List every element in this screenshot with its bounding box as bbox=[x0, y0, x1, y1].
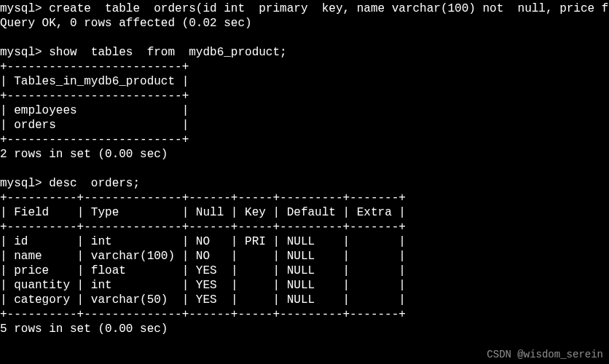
table-row: employees bbox=[14, 104, 76, 117]
cell-field: id bbox=[14, 235, 28, 248]
cell-key: PRI bbox=[245, 235, 266, 248]
cell-null: YES bbox=[196, 279, 217, 292]
cell-type: float bbox=[91, 264, 126, 277]
sql-desc: desc orders; bbox=[49, 177, 140, 190]
tables-column-header: Tables_in_mydb6_product bbox=[14, 75, 175, 88]
cell-field: name bbox=[14, 250, 42, 263]
col-key: Key bbox=[245, 206, 266, 219]
cell-field: category bbox=[14, 293, 70, 306]
cell-null: NO bbox=[196, 250, 210, 263]
cell-default: NULL bbox=[287, 250, 315, 263]
query-result: 2 rows in set (0.00 sec) bbox=[0, 148, 168, 161]
table-row: orders bbox=[14, 119, 56, 132]
cell-field: price bbox=[14, 264, 49, 277]
cell-type: int bbox=[91, 279, 112, 292]
cell-default: NULL bbox=[287, 293, 315, 306]
cell-type: varchar(50) bbox=[91, 293, 168, 306]
sql-show-tables: show tables from mydb6_product; bbox=[49, 46, 286, 59]
sql-create-table: create table orders(id int primary key, … bbox=[49, 2, 609, 15]
cell-null: YES bbox=[196, 264, 217, 277]
query-result: Query OK, 0 rows affected (0.02 sec) bbox=[0, 17, 252, 30]
cell-default: NULL bbox=[287, 264, 315, 277]
terminal-output[interactable]: mysql> create table orders(id int primar… bbox=[0, 0, 609, 336]
query-result: 5 rows in set (0.00 sec) bbox=[0, 323, 168, 336]
cell-type: varchar(100) bbox=[91, 250, 175, 263]
col-field: Field bbox=[14, 206, 49, 219]
col-type: Type bbox=[91, 206, 119, 219]
col-default: Default bbox=[287, 206, 336, 219]
watermark-text: CSDN @wisdom_serein bbox=[487, 349, 603, 362]
cell-default: NULL bbox=[287, 235, 315, 248]
cell-default: NULL bbox=[287, 279, 315, 292]
cell-field: quantity bbox=[14, 279, 70, 292]
col-null: Null bbox=[196, 206, 224, 219]
prompt: mysql> bbox=[0, 177, 42, 190]
cell-type: int bbox=[91, 235, 112, 248]
col-extra: Extra bbox=[357, 206, 392, 219]
prompt: mysql> bbox=[0, 46, 42, 59]
prompt: mysql> bbox=[0, 2, 42, 15]
cell-null: YES bbox=[196, 293, 217, 306]
cell-null: NO bbox=[196, 235, 210, 248]
